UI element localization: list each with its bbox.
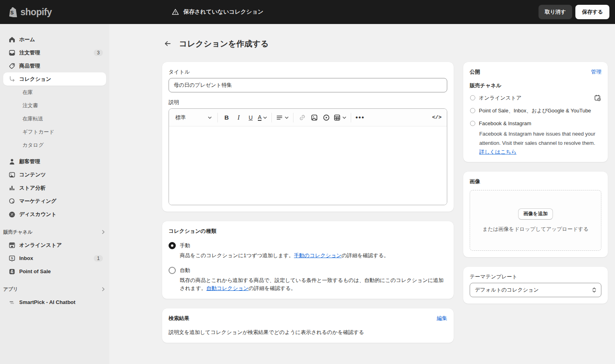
channel-row-online-store: オンラインストア (470, 94, 601, 102)
sidebar-item-discounts[interactable]: ディスカウント (3, 208, 106, 221)
description-textarea[interactable] (169, 126, 447, 205)
auto-radio[interactable] (169, 267, 176, 274)
unsaved-status: 保存されていないコレクション (171, 0, 263, 24)
manual-collection-link[interactable]: 手動のコレクション (294, 252, 342, 258)
more-formatting-button[interactable]: ••• (354, 112, 366, 124)
manual-option-row[interactable]: 手動 (169, 242, 447, 249)
topbar-actions: 取り消す 保存する (539, 5, 609, 19)
sidebar-item-smartpick-app[interactable]: SmartPick - AI Chatbot (3, 296, 106, 309)
theme-template-card: テーマテンプレート デフォルトのコレクション (463, 267, 608, 304)
theme-template-label: テーマテンプレート (470, 273, 601, 280)
edit-seo-link[interactable]: 編集 (437, 315, 447, 322)
topbar: S shopify 保存されていないコレクション 取り消す 保存する (0, 0, 615, 24)
bold-button[interactable]: B (221, 112, 233, 124)
app-icon (8, 298, 16, 306)
add-image-button[interactable]: 画像を追加 (518, 208, 553, 220)
sidebar-item-inbox[interactable]: S Inbox 1 (3, 252, 106, 265)
sidebar-item-inventory[interactable]: 在庫 (3, 86, 106, 99)
link-button[interactable] (296, 112, 308, 124)
sidebar-item-online-store[interactable]: オンラインストア (3, 238, 106, 252)
sidebar-item-analytics[interactable]: ストア分析 (3, 181, 106, 194)
manage-channels-link[interactable]: 管理 (591, 68, 601, 76)
sidebar-item-label: ホーム (19, 36, 35, 43)
main-content: コレクションを作成する タイトル 説明 標準 B I (109, 24, 615, 364)
insert-table-button[interactable] (332, 112, 348, 124)
table-icon (334, 114, 341, 121)
chevron-right-icon (100, 286, 106, 292)
sidebar-item-gift-cards[interactable]: ギフトカード (3, 125, 106, 138)
learn-more-link[interactable]: 詳しくはこちら (479, 148, 517, 156)
chevron-down-icon (284, 115, 289, 120)
marketing-icon (8, 197, 16, 205)
theme-template-select[interactable]: デフォルトのコレクション (470, 283, 601, 297)
customers-icon (8, 158, 16, 166)
sidebar-item-label: コンテンツ (19, 171, 46, 178)
sidebar-item-label: Point of Sale (19, 268, 51, 274)
sidebar-item-label: 商品管理 (19, 62, 40, 70)
sidebar-item-marketing[interactable]: マーケティング (3, 194, 106, 208)
sidebar-item-orders[interactable]: 注文管理 3 (3, 46, 106, 59)
sidebar: ホーム 注文管理 3 商品管理 コレクション 在庫 注文書 在庫転送 ギフトカー… (0, 24, 109, 364)
storefront-icon (8, 241, 16, 249)
italic-button[interactable]: I (233, 112, 245, 124)
shopify-bag-icon: S (8, 7, 18, 18)
description-editor: 標準 B I U A (169, 108, 447, 205)
inbox-count-badge: 1 (94, 255, 103, 262)
description-field-label: 説明 (169, 99, 447, 106)
align-icon (276, 114, 283, 121)
paragraph-style-select[interactable]: 標準 (173, 112, 215, 124)
svg-text:S: S (11, 256, 13, 260)
channel-label: Point of Sale、Inbox、およびGoogle & YouTube (479, 107, 591, 115)
back-button[interactable] (162, 38, 173, 49)
image-dropzone[interactable]: 画像を追加 または画像をドロップしてアップロードする (470, 190, 601, 251)
sidebar-item-catalogs[interactable]: カタログ (3, 138, 106, 152)
sidebar-item-label: 在庫転送 (22, 115, 43, 122)
calendar-clock-icon[interactable] (594, 94, 601, 102)
discard-button[interactable]: 取り消す (539, 5, 573, 19)
auto-option-row[interactable]: 自動 (169, 267, 447, 274)
sidebar-item-label: ギフトカード (22, 128, 54, 136)
sidebar-item-home[interactable]: ホーム (3, 33, 106, 46)
channel-warning-text: Facebook & Instagram have issues that ne… (479, 129, 601, 148)
theme-template-value: デフォルトのコレクション (475, 286, 539, 294)
page-header: コレクションを作成する (162, 38, 608, 49)
auto-collection-link[interactable]: 自動コレクション (206, 285, 249, 291)
title-description-card: タイトル 説明 標準 B I U A (162, 62, 454, 212)
sales-channels-subheading: 販売チャネル (470, 82, 601, 89)
sidebar-item-products[interactable]: 商品管理 (3, 59, 106, 72)
manual-radio[interactable] (169, 242, 176, 249)
analytics-icon (8, 184, 16, 192)
shopify-logo[interactable]: S shopify (8, 0, 52, 24)
sidebar-item-label: Inbox (19, 255, 33, 261)
insert-video-button[interactable] (320, 112, 332, 124)
text-color-button[interactable]: A (257, 112, 269, 124)
sidebar-item-customers[interactable]: 顧客管理 (3, 155, 106, 168)
sidebar-item-transfers[interactable]: 在庫転送 (3, 112, 106, 125)
svg-text:S: S (12, 270, 13, 273)
sidebar-item-point-of-sale[interactable]: S Point of Sale (3, 265, 106, 278)
save-button[interactable]: 保存する (575, 5, 609, 19)
sidebar-item-purchase-orders[interactable]: 注文書 (3, 99, 106, 112)
discounts-icon (8, 210, 16, 218)
sub-arrow-icon (8, 75, 16, 83)
alignment-button[interactable] (275, 112, 290, 124)
collection-type-card: コレクションの種類 手動 商品をこのコレクションに1つずつ追加します。手動のコレ… (162, 221, 454, 299)
title-field-label: タイトル (169, 68, 447, 76)
channel-row-pos-inbox-google: Point of Sale、Inbox、およびGoogle & YouTube (470, 107, 601, 115)
section-label: 販売チャネル (3, 229, 32, 236)
sales-channels-section-header[interactable]: 販売チャネル (3, 226, 106, 238)
manual-option-description: 商品をこのコレクションに1つずつ追加します。手動のコレクションの詳細を確認する。 (180, 252, 447, 260)
sidebar-item-label: カタログ (22, 142, 44, 149)
underline-button[interactable]: U (245, 112, 257, 124)
svg-text:S: S (10, 10, 14, 16)
sidebar-item-label: 在庫 (22, 89, 33, 96)
search-results-description: 説明文を追加してコレクションが検索結果でどのように表示されるのかを確認する (169, 328, 447, 336)
show-html-button[interactable]: </> (431, 112, 443, 124)
sidebar-item-content[interactable]: コンテンツ (3, 168, 106, 181)
apps-section-header[interactable]: アプリ (3, 284, 106, 295)
collection-title-input[interactable] (169, 78, 447, 92)
sidebar-item-collections[interactable]: コレクション (3, 72, 106, 86)
shopify-wordmark: shopify (20, 7, 52, 18)
insert-image-button[interactable] (308, 112, 320, 124)
drop-hint-text: または画像をドロップしてアップロードする (482, 225, 589, 233)
